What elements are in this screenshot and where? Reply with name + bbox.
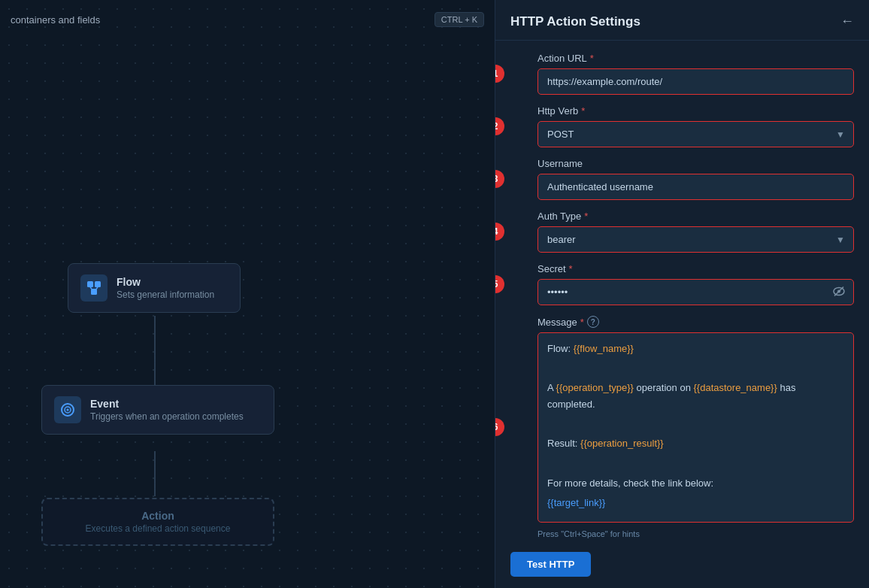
- secret-row: 5 Secret *: [510, 263, 854, 305]
- event-node-title: Event: [90, 398, 244, 410]
- svg-point-7: [67, 409, 69, 411]
- event-node-text: Event Triggers when an operation complet…: [90, 398, 244, 422]
- msg-line-1: Flow: {{flow_name}}: [547, 341, 844, 357]
- message-label: Message * ?: [537, 316, 854, 328]
- message-row: 6 Message * ? Flow: {{flow_name}} A {{op…: [510, 316, 854, 538]
- msg-line-7: For more details, check the link below:: [547, 475, 844, 492]
- action-url-row: 1 Action URL *: [510, 53, 854, 95]
- flow-icon: [80, 274, 107, 302]
- required-star-6: *: [580, 317, 584, 328]
- top-bar: containers and fields CTRL + K: [0, 8, 495, 32]
- flow-node-text: Flow Sets general information: [117, 276, 214, 300]
- action-url-input[interactable]: [537, 68, 854, 95]
- http-verb-select[interactable]: POST GET PUT PATCH DELETE: [537, 121, 854, 147]
- step-badge-3: 3: [495, 170, 504, 188]
- action-url-label: Action URL *: [537, 53, 854, 64]
- topbar-shortcut: CTRL + K: [434, 12, 484, 27]
- required-star-1: *: [590, 53, 594, 64]
- svg-rect-0: [87, 281, 93, 287]
- msg-line-4: [547, 416, 844, 432]
- auth-type-row: 4 Auth Type * bearer none basic api_key …: [510, 211, 854, 253]
- step-badge-1: 1: [495, 65, 504, 83]
- event-icon: [54, 396, 81, 423]
- action-node-subtitle: Executes a defined action sequence: [86, 523, 231, 534]
- panel-title: HTTP Action Settings: [510, 14, 640, 29]
- msg-line-5: Result: {{operation_result}}: [547, 435, 844, 452]
- flow-node-subtitle: Sets general information: [117, 289, 214, 300]
- test-http-button[interactable]: Test HTTP: [510, 552, 591, 577]
- message-textarea[interactable]: Flow: {{flow_name}} A {{operation_type}}…: [537, 332, 854, 523]
- svg-rect-1: [95, 281, 101, 287]
- username-label: Username: [537, 158, 854, 169]
- event-node-subtitle: Triggers when an operation completes: [90, 411, 244, 422]
- auth-type-select-wrapper: bearer none basic api_key ▼: [537, 226, 854, 253]
- secret-input-wrapper: [537, 279, 854, 305]
- username-row: 3 Username: [510, 158, 854, 200]
- auth-type-label: Auth Type *: [537, 211, 854, 222]
- eye-icon[interactable]: [833, 285, 845, 299]
- connector-event-action: [154, 451, 156, 496]
- required-star-5: *: [569, 263, 573, 274]
- step-badge-5: 5: [495, 275, 504, 293]
- step-badge-4: 4: [495, 223, 504, 241]
- secret-label: Secret *: [537, 263, 854, 274]
- message-hint: Press "Ctrl+Space" for hints: [537, 529, 854, 538]
- flow-node[interactable]: Flow Sets general information: [68, 263, 241, 313]
- step-badge-6: 6: [495, 418, 504, 436]
- action-node[interactable]: Action Executes a defined action sequenc…: [41, 498, 274, 546]
- test-btn-wrapper: Test HTTP: [510, 549, 854, 577]
- back-button[interactable]: ←: [840, 14, 854, 29]
- right-panel: HTTP Action Settings ← 1 Action URL * 2 …: [495, 0, 869, 588]
- flow-node-title: Flow: [117, 276, 214, 288]
- username-input[interactable]: [537, 174, 854, 200]
- left-canvas: containers and fields CTRL + K Flow Sets…: [0, 0, 495, 588]
- action-node-title: Action: [141, 510, 174, 522]
- required-star-2: *: [581, 105, 585, 117]
- msg-line-2: [547, 360, 844, 377]
- message-info-icon[interactable]: ?: [587, 316, 599, 328]
- connector-flow-event: [154, 316, 156, 391]
- secret-input[interactable]: [537, 279, 854, 305]
- msg-line-3: A {{operation_type}} operation on {{data…: [547, 380, 844, 413]
- msg-line-6: [547, 456, 844, 472]
- topbar-label: containers and fields: [11, 14, 100, 26]
- panel-header: HTTP Action Settings ←: [495, 0, 869, 41]
- msg-line-8: {{target_link}}: [547, 495, 844, 511]
- event-node[interactable]: Event Triggers when an operation complet…: [41, 385, 274, 435]
- http-verb-select-wrapper: POST GET PUT PATCH DELETE ▼: [537, 121, 854, 147]
- auth-type-select[interactable]: bearer none basic api_key: [537, 226, 854, 253]
- http-verb-label: Http Verb *: [537, 105, 854, 117]
- required-star-4: *: [584, 211, 588, 222]
- http-verb-row: 2 Http Verb * POST GET PUT PATCH DELETE …: [510, 105, 854, 147]
- step-badge-2: 2: [495, 117, 504, 135]
- form-body: 1 Action URL * 2 Http Verb * POST GET PU…: [495, 41, 869, 588]
